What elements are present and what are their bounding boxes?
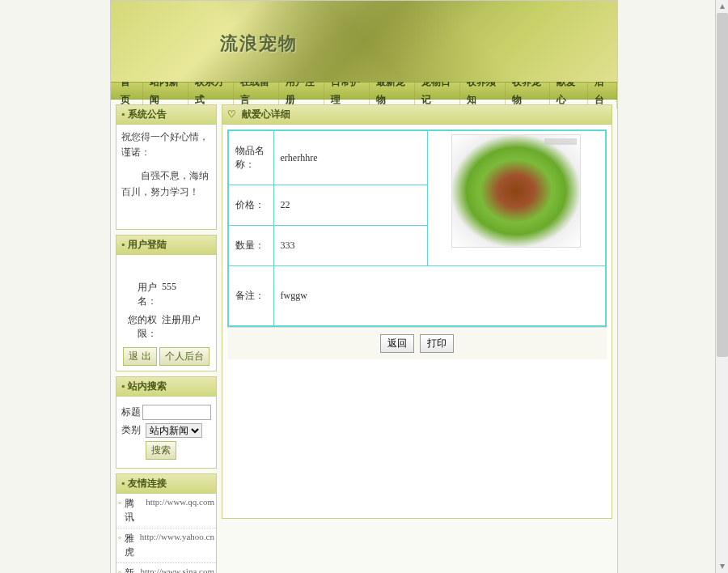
- item-image: [451, 134, 581, 248]
- list-item[interactable]: 雅虎http://www.yahoo.cn: [116, 528, 216, 563]
- user-value: 555: [162, 281, 176, 308]
- keyword-input[interactable]: [142, 405, 211, 420]
- links-title: 友情连接: [116, 474, 216, 494]
- login-title: 用户登陆: [116, 236, 216, 255]
- scroll-down-icon[interactable]: ▾: [716, 560, 728, 573]
- list-item[interactable]: 新浪http://www.sina.com: [116, 563, 216, 573]
- site-banner: 流浪宠物: [111, 1, 617, 82]
- announce-panel: 系统公告 祝您得一个好心情，谨诺： 自强不息，海纳百川，努力学习！: [116, 104, 217, 230]
- profile-button[interactable]: 个人后台: [159, 347, 210, 366]
- price-label: 价格：: [228, 185, 273, 226]
- name-value: erherhhre: [273, 130, 427, 185]
- announce-line2: 自强不息，海纳百川，努力学习！: [121, 168, 211, 199]
- name-label: 物品名称：: [228, 130, 273, 185]
- table-row: 备注： fwggw: [228, 266, 606, 327]
- perm-label: 您的权限：: [121, 313, 162, 341]
- table-row: 物品名称： erherhhre: [228, 130, 606, 185]
- announce-title: 系统公告: [116, 105, 216, 125]
- list-item[interactable]: 腾讯http://www.qq.com: [116, 494, 216, 528]
- category-select[interactable]: 站内新闻: [146, 423, 202, 438]
- detail-table: 物品名称： erherhhre 价格： 22 数量： 333: [227, 129, 607, 327]
- search-button[interactable]: 搜索: [146, 441, 176, 460]
- vertical-scrollbar[interactable]: ▴ ▾: [715, 0, 728, 573]
- main-nav: 首页 站内新闻 联系方式 在线留言 用户注册 日常护理 最新宠物 宠物日记 收养…: [111, 82, 617, 100]
- remark-label: 备注：: [228, 266, 273, 327]
- back-button[interactable]: 返回: [380, 334, 414, 353]
- logout-button[interactable]: 退 出: [123, 347, 156, 366]
- item-image-cell: [427, 130, 606, 266]
- site-title: 流浪宠物: [220, 32, 298, 56]
- announce-line1: 祝您得一个好心情，谨诺：: [121, 129, 211, 160]
- qty-label: 数量：: [228, 226, 273, 266]
- remark-value: fwggw: [273, 266, 606, 327]
- search-title: 站内搜索: [116, 377, 216, 397]
- search-panel: 站内搜索 标题 类别 站内新闻 搜索: [116, 376, 217, 469]
- print-button[interactable]: 打印: [420, 334, 454, 353]
- category-label: 类别: [121, 423, 146, 437]
- keyword-label: 标题: [121, 405, 142, 419]
- scroll-up-icon[interactable]: ▴: [716, 0, 728, 13]
- links-panel: 友情连接 腾讯http://www.qq.com 雅虎http://www.ya…: [116, 473, 217, 573]
- scroll-thumb[interactable]: [717, 13, 728, 357]
- price-value: 22: [273, 185, 427, 226]
- detail-panel: 献爱心详细 物品名称： erherhhre 价格： 22: [222, 104, 612, 519]
- user-label: 用户名：: [121, 281, 162, 308]
- login-panel: 用户登陆 用户名： 555 您的权限： 注册用户 退 出 个人后台: [116, 235, 217, 371]
- qty-value: 333: [273, 226, 427, 266]
- perm-value: 注册用户: [162, 313, 201, 341]
- detail-title: 献爱心详细: [222, 105, 612, 125]
